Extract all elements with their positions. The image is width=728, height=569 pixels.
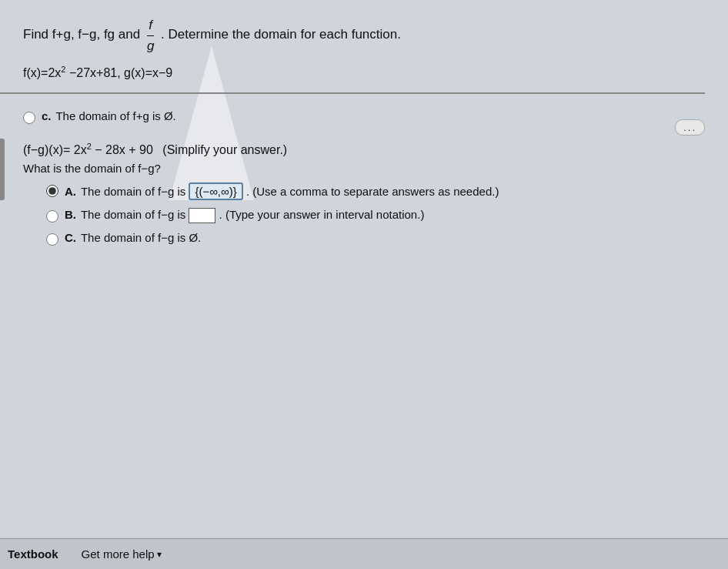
- fg-minus-a-highlight: {(−∞,∞)}: [189, 182, 242, 200]
- content-area: Find f+g, f−g, fg and f g . Determine th…: [0, 0, 728, 569]
- radio-fg-minus-a[interactable]: [46, 185, 58, 197]
- fg-minus-a-text-after: . (Use a comma to separate answers as ne…: [246, 185, 499, 198]
- fg-minus-section: (f−g)(x)= 2x2 − 28x + 90 (Simplify your …: [23, 141, 705, 251]
- option-c-fg-minus: C. The domain of f−g is Ø.: [46, 231, 705, 246]
- domain-question-fg-minus: What is the domain of f−g?: [23, 162, 705, 175]
- fg-minus-b-text-after: . (Type your answer in interval notation…: [219, 208, 425, 221]
- option-b-letter: B.: [65, 208, 76, 221]
- fg-minus-a-text-before: The domain of f−g is: [81, 185, 189, 198]
- fraction-denominator: g: [145, 36, 155, 56]
- option-a-letter: A.: [65, 185, 76, 198]
- fg-plus-c-label: c. The domain of f+g is Ø.: [42, 109, 176, 122]
- separator-line: [0, 92, 705, 94]
- question-text-after: . Determine the domain for each function…: [161, 27, 401, 42]
- fg-minus-a-label: A. The domain of f−g is {(−∞,∞)} . (Use …: [65, 182, 499, 200]
- fg-minus-b-input[interactable]: [189, 208, 215, 223]
- fg-plus-c-text: The domain of f+g is Ø.: [55, 109, 175, 122]
- given-functions-text: f(x)=2x2 −27x+81, g(x)=x−9: [23, 66, 172, 79]
- question-header: Find f+g, f−g, fg and f g . Determine th…: [23, 15, 705, 55]
- option-c-letter: C.: [65, 231, 76, 244]
- fg-minus-expr-note: (Simplify your answer.): [162, 143, 287, 156]
- question-text-before: Find f+g, f−g, fg and: [23, 27, 140, 42]
- radio-fg-minus-b[interactable]: [46, 210, 58, 223]
- given-functions: f(x)=2x2 −27x+81, g(x)=x−9: [23, 65, 705, 80]
- fg-plus-section: c. The domain of f+g is Ø.: [23, 109, 705, 130]
- fg-minus-b-text-before: The domain of f−g is: [81, 208, 189, 221]
- option-a-fg-minus: A. The domain of f−g is {(−∞,∞)} . (Use …: [46, 182, 705, 200]
- option-b-fg-minus: B. The domain of f−g is . (Type your ans…: [46, 208, 705, 223]
- radio-fg-minus-c[interactable]: [46, 233, 58, 246]
- fg-minus-b-label: B. The domain of f−g is . (Type your ans…: [65, 208, 424, 223]
- option-c-fg-plus: c. The domain of f+g is Ø.: [23, 109, 705, 124]
- fg-minus-expr-label: (f−g)(x)= 2x2 − 28x + 90: [23, 143, 153, 156]
- main-container: Find f+g, f−g, fg and f g . Determine th…: [0, 0, 728, 569]
- fg-minus-expression: (f−g)(x)= 2x2 − 28x + 90 (Simplify your …: [23, 141, 705, 156]
- fraction-numerator: f: [147, 15, 154, 36]
- fraction: f g: [145, 15, 155, 55]
- radio-fg-plus-c[interactable]: [23, 112, 35, 124]
- option-letter-c: c.: [42, 109, 52, 122]
- fg-minus-c-label: C. The domain of f−g is Ø.: [65, 231, 201, 244]
- more-options-button[interactable]: ...: [675, 119, 705, 136]
- fg-minus-c-text: The domain of f−g is Ø.: [81, 231, 201, 244]
